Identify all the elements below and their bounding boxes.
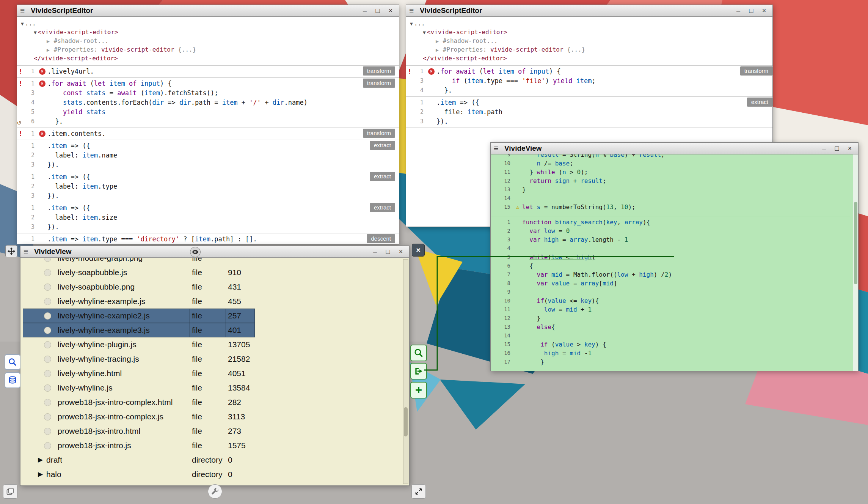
code-line[interactable]: 9 <box>491 288 850 296</box>
table-row[interactable]: lively-whyline-example3.jsfile401 <box>20 323 409 337</box>
code-line[interactable]: 3}). <box>17 191 399 201</box>
dom-tree-line[interactable]: </vivide-script-editor> <box>406 54 772 63</box>
table-row[interactable]: lively-soapbubble.jsfile910 <box>20 265 409 280</box>
dom-tree-line[interactable]: ▼<vivide-script-editor> <box>406 28 772 37</box>
code-line[interactable]: 13} <box>491 185 850 194</box>
scrollbar-thumb[interactable] <box>404 407 408 436</box>
maximize-button[interactable]: □ <box>747 5 755 16</box>
code-line[interactable]: 2 var low = 0 <box>491 227 850 235</box>
code-line[interactable]: 1.item => ({ <box>406 98 772 107</box>
table-row[interactable]: lively-whyline.jsfile13584 <box>20 381 409 395</box>
table-row[interactable]: lively-whyline-plugin.jsfile13705 <box>20 337 409 352</box>
menu-icon[interactable]: ≡ <box>409 5 419 16</box>
code-line[interactable]: 17 } <box>491 358 850 366</box>
code-line[interactable]: 3}). <box>17 222 399 232</box>
table-row[interactable]: lively-whyline-example2.jsfile257 <box>20 309 409 323</box>
code-line[interactable]: 10 n /= base; <box>491 159 850 168</box>
code-line[interactable]: 2 file: item.path <box>406 107 772 117</box>
code-line[interactable]: 5 yield stats <box>17 107 399 117</box>
inspect-button[interactable] <box>5 354 20 370</box>
table-row[interactable]: lively-whyline-tracing.jsfile21582 <box>20 352 409 366</box>
dom-tree-line[interactable]: ▶ #Properties: vivide-script-editor {...… <box>406 46 772 54</box>
code-line[interactable]: ↺6 }. <box>17 117 399 126</box>
resize-button[interactable] <box>411 484 426 499</box>
titlebar[interactable]: ≡ VivideView – □ × <box>20 246 409 258</box>
code-line[interactable]: 1.item => ({ <box>17 172 399 182</box>
code-line[interactable]: 4 stats.contents.forEach(dir => dir.path… <box>17 98 399 107</box>
dom-tree-line[interactable]: </vivide-script-editor> <box>17 54 399 63</box>
code-line[interactable]: 3 var high = array.length - 1 <box>491 235 850 244</box>
code-line[interactable]: 5 while(low <= high) <box>491 253 850 261</box>
probe-search-button[interactable] <box>410 345 427 361</box>
dom-tree-line[interactable]: ▼... <box>17 19 399 28</box>
scrollbar[interactable] <box>403 259 408 484</box>
code-line[interactable]: 6 { <box>491 261 850 270</box>
code-line[interactable]: 2 label: item.name <box>17 151 399 160</box>
scrollbar-thumb[interactable] <box>854 202 857 284</box>
code-line[interactable]: !1×.lively4url. <box>17 67 399 76</box>
code-line[interactable]: 2 label: item.type <box>17 182 399 191</box>
code-line[interactable]: 3}). <box>17 160 399 170</box>
code-line[interactable]: 10 if(value <= key){ <box>491 296 850 305</box>
code-line[interactable]: 15 if (value > key) { <box>491 340 850 349</box>
titlebar[interactable]: ≡ VivideView – □ × <box>491 143 858 154</box>
close-button[interactable]: × <box>846 143 854 154</box>
close-button[interactable]: × <box>760 5 768 16</box>
dom-tree-line[interactable]: ▼... <box>406 19 772 28</box>
close-button[interactable]: × <box>387 5 394 16</box>
code-line[interactable]: !1×.item.contents. <box>17 129 399 139</box>
halo-close-button[interactable]: × <box>412 244 425 257</box>
maximize-button[interactable]: □ <box>384 246 392 257</box>
code-line[interactable]: 1.item => ({ <box>17 141 399 151</box>
copy-window-button[interactable] <box>3 484 17 499</box>
menu-icon[interactable]: ≡ <box>20 5 30 16</box>
minimize-button[interactable]: – <box>820 143 828 154</box>
code-line[interactable]: 1function binary_search(key, array){ <box>491 218 850 227</box>
code-line[interactable]: 4 <box>491 244 850 253</box>
expand-triangle-icon[interactable]: ▶ <box>38 467 43 482</box>
table-row[interactable]: lively-soapbubble.pngfile431 <box>20 280 409 294</box>
code-line[interactable]: 1.item => ({ <box>17 203 399 213</box>
code-line[interactable]: 2 label: item.size <box>17 213 399 222</box>
move-handle-button[interactable] <box>5 245 17 257</box>
minimize-button[interactable]: – <box>371 246 379 257</box>
export-connection-button[interactable] <box>410 363 427 380</box>
code-line[interactable]: 16 high = mid -1 <box>491 349 850 358</box>
expand-triangle-icon[interactable]: ▶ <box>38 453 43 467</box>
undo-icon[interactable]: ↺ <box>17 117 21 127</box>
table-row[interactable]: lively-module-graph.pngfile <box>20 258 409 265</box>
code-line[interactable]: 11 } while (n > 0); <box>491 168 850 176</box>
table-row[interactable]: ▶halodirectory0 <box>20 467 409 482</box>
table-row[interactable]: ▶draftdirectory0 <box>20 453 409 467</box>
add-view-button[interactable]: + <box>410 382 427 398</box>
dom-tree-line[interactable]: ▼<vivide-script-editor> <box>17 28 399 37</box>
menu-icon[interactable]: ≡ <box>494 143 504 154</box>
code-line[interactable]: 7 var mid = Math.floor((low + high) /2) <box>491 270 850 279</box>
code-line[interactable]: 15⚠let s = numberToString(13, 10); <box>491 203 850 211</box>
titlebar[interactable]: ≡ VivideScriptEditor – □ × <box>17 5 399 17</box>
table-row[interactable]: proweb18-jsx-intro-complex.htmlfile282 <box>20 395 409 410</box>
close-button[interactable]: × <box>397 246 405 257</box>
maximize-button[interactable]: □ <box>833 143 841 154</box>
code-line[interactable]: 12 return sign + result; <box>491 176 850 185</box>
table-row[interactable]: lively-whyline-example.jsfile455 <box>20 294 409 309</box>
scrollbar[interactable] <box>853 154 858 371</box>
dom-tree-line[interactable]: ▶ #shadow-root... <box>17 37 399 46</box>
data-source-button[interactable] <box>5 372 20 388</box>
dom-tree-line[interactable]: ▶ #shadow-root... <box>406 37 772 46</box>
code-line[interactable]: 3 const stats = await (item).fetchStats(… <box>17 88 399 98</box>
code-line[interactable]: 12 } <box>491 314 850 323</box>
code-line[interactable]: 13 else{ <box>491 323 850 331</box>
table-row[interactable]: proweb18-jsx-intro.jsfile1575 <box>20 438 409 453</box>
minimize-button[interactable]: – <box>735 5 742 16</box>
code-line[interactable]: 14 <box>491 194 850 203</box>
menu-icon[interactable]: ≡ <box>24 246 33 257</box>
eye-toggle-button[interactable] <box>190 247 201 257</box>
table-row[interactable]: proweb18-jsx-intro.htmlfile273 <box>20 424 409 438</box>
table-row[interactable]: lively-whyline.htmlfile4051 <box>20 366 409 381</box>
table-row[interactable]: proweb18-jsx-intro-complex.jsfile3113 <box>20 410 409 424</box>
titlebar[interactable]: ≡ VivideScriptEditor – □ × <box>406 5 772 17</box>
code-line[interactable]: 9 result = String(n % base) + result; <box>491 154 850 159</box>
dom-tree-line[interactable]: ▶ #Properties: vivide-script-editor {...… <box>17 46 399 54</box>
configure-button[interactable] <box>208 484 222 499</box>
